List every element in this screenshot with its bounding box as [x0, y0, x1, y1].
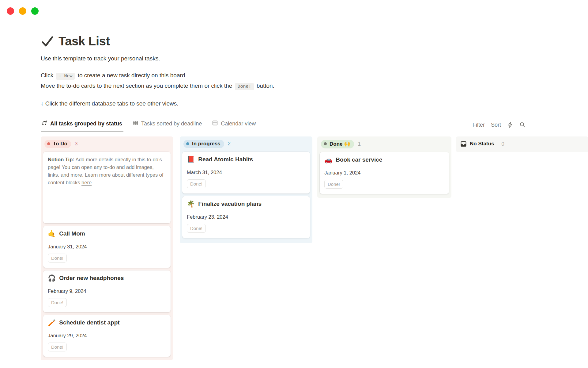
column-done: Done 🙌 1 🚗 Book car service January 1, 2…: [317, 136, 451, 198]
task-card-book-car-service[interactable]: 🚗 Book car service January 1, 2024 Done!: [320, 152, 449, 194]
task-due-date: February 23, 2024: [187, 214, 305, 220]
board-grouped-icon: [41, 120, 47, 128]
task-title: Schedule dentist appt: [59, 319, 119, 326]
no-status-group: No Status: [460, 140, 498, 148]
done-button[interactable]: Done!: [48, 298, 67, 307]
done-button[interactable]: Done!: [187, 224, 206, 233]
task-card-order-new-headphones[interactable]: 🎧 Order new headphones February 9, 2024 …: [43, 270, 171, 312]
search-icon[interactable]: [519, 122, 526, 128]
task-due-date: February 9, 2024: [48, 288, 166, 294]
tab-calendar-view[interactable]: Calendar view: [211, 118, 257, 132]
column-count: 0: [501, 141, 504, 147]
done-button[interactable]: Done!: [187, 179, 206, 188]
palm-tree-emoji: 🌴: [187, 200, 195, 208]
instr-line1-pre: Click: [41, 72, 53, 79]
done-button[interactable]: Done!: [324, 180, 343, 189]
column-count: 2: [228, 141, 231, 147]
headphone-emoji: 🎧: [48, 274, 56, 282]
status-pill-to-do: To Do: [44, 140, 71, 148]
inbox-icon: [460, 141, 467, 147]
kanban-board: To Do 3 Notion Tip: Add more details dir…: [41, 136, 588, 364]
page-content: Task List Use this template to track you…: [41, 0, 588, 364]
column-count: 3: [75, 141, 77, 147]
done-button[interactable]: Done!: [48, 343, 67, 351]
notion-tip-card[interactable]: Notion Tip: Add more details directly in…: [43, 152, 171, 223]
table-icon: [132, 120, 138, 128]
tab-all-tasks-grouped-by-status[interactable]: All tasks grouped by status: [41, 118, 123, 132]
status-dot-red: [47, 142, 50, 145]
task-due-date: January 29, 2024: [48, 333, 166, 339]
column-no-status: No Status 0: [456, 136, 588, 152]
column-header-to-do[interactable]: To Do 3: [41, 136, 173, 152]
done-button-chip: Done!: [235, 83, 254, 90]
page-subtitle: Use this template to track your personal…: [41, 54, 588, 63]
status-dot-blue: [186, 142, 189, 145]
tab-label: Calendar view: [221, 121, 256, 127]
instr-line3: ↓ Click the different database tabs to s…: [41, 99, 588, 108]
calendar-icon: [212, 120, 218, 128]
status-label: No Status: [470, 141, 494, 147]
minimize-window-button[interactable]: [19, 7, 26, 15]
task-title: Book car service: [336, 156, 382, 163]
task-card-read-atomic-habits[interactable]: 📕 Read Atomic Habits March 31, 2024 Done…: [182, 152, 310, 194]
status-label: Done 🙌: [330, 141, 350, 147]
red-book-emoji: 📕: [187, 156, 195, 163]
done-button[interactable]: Done!: [48, 254, 67, 263]
instr-line1-post: to create a new task directly on this bo…: [78, 72, 187, 79]
status-pill-in-progress: In progress: [183, 140, 224, 148]
column-header-in-progress[interactable]: In progress 2: [180, 136, 312, 152]
tab-tasks-sorted-by-deadline[interactable]: Tasks sorted by deadline: [132, 118, 203, 132]
new-button-chip: + New: [56, 73, 75, 80]
column-in-progress: In progress 2 📕 Read Atomic Habits March…: [180, 136, 312, 243]
car-emoji: 🚗: [324, 156, 332, 163]
page-title-row: Task List: [41, 34, 588, 48]
column-to-do: To Do 3 Notion Tip: Add more details dir…: [41, 136, 173, 360]
close-window-button[interactable]: [7, 7, 14, 15]
tab-label: Tasks sorted by deadline: [141, 121, 202, 127]
column-count: 1: [358, 141, 360, 147]
database-toolbar: All tasks grouped by status Tasks sorted…: [41, 118, 526, 132]
status-label: In progress: [192, 141, 221, 147]
task-title: Read Atomic Habits: [198, 156, 253, 163]
tab-label: All tasks grouped by status: [50, 121, 122, 127]
filter-button[interactable]: Filter: [473, 122, 485, 128]
instr-line2-pre: Move the to-do cards to the next section…: [41, 82, 232, 89]
tip-text-after: .: [92, 180, 93, 185]
task-title: Order new headphones: [59, 275, 124, 282]
task-card-schedule-dentist-appt[interactable]: 🪥 Schedule dentist appt January 29, 2024…: [43, 315, 171, 357]
call-me-hand-emoji: 🤙: [48, 230, 56, 237]
task-due-date: January 31, 2024: [48, 244, 166, 250]
column-header-no-status[interactable]: No Status 0: [456, 136, 588, 152]
status-dot-gray: [324, 142, 327, 145]
instr-line2-post: button.: [257, 82, 274, 89]
checkmark-page-icon: [41, 35, 54, 48]
instructions-block: Click + New to create a new task directl…: [41, 71, 588, 91]
lightning-icon[interactable]: [507, 122, 513, 128]
tip-here-link[interactable]: here: [81, 180, 92, 185]
task-due-date: March 31, 2024: [187, 170, 305, 175]
task-card-call-mom[interactable]: 🤙 Call Mom January 31, 2024 Done!: [43, 226, 171, 268]
status-pill-done: Done 🙌: [321, 140, 354, 148]
page-title: Task List: [58, 34, 110, 48]
window-controls: [7, 7, 39, 15]
task-card-finalize-vacation-plans[interactable]: 🌴 Finalize vacation plans February 23, 2…: [182, 196, 310, 238]
task-title: Call Mom: [59, 230, 85, 237]
task-due-date: January 1, 2024: [324, 170, 444, 176]
tip-bold-text: Notion Tip:: [48, 157, 74, 162]
status-label: To Do: [53, 141, 67, 147]
task-title: Finalize vacation plans: [198, 201, 262, 207]
view-tabs: All tasks grouped by status Tasks sorted…: [41, 118, 257, 132]
sort-button[interactable]: Sort: [491, 122, 501, 128]
toothbrush-emoji: 🪥: [48, 319, 56, 326]
zoom-window-button[interactable]: [31, 7, 39, 15]
toolbar-actions: Filter Sort: [473, 122, 526, 132]
column-header-done[interactable]: Done 🙌 1: [317, 136, 451, 152]
